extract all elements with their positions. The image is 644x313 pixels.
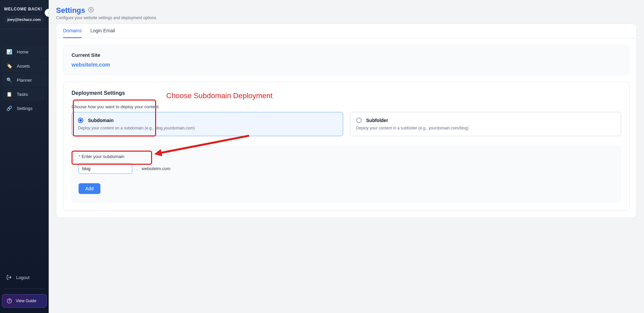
option-subfolder-desc: Deploy your content in a subfolder (e.g.… <box>356 126 615 130</box>
sidebar-item-planner[interactable]: 🔍 Planner <box>2 74 47 86</box>
current-site-block: Current Site websitelm.com <box>63 45 630 75</box>
view-guide-label: View Guide <box>16 299 36 303</box>
gear-icon <box>88 7 94 14</box>
subdomain-form: *Enter your subdomain . websitelm.com Ad… <box>72 146 621 202</box>
help-icon <box>6 298 12 304</box>
deployment-settings-block: Deployment Settings Choose how you want … <box>63 82 630 211</box>
deployment-options: Subdomain Deploy your content on a subdo… <box>72 112 621 136</box>
deployment-settings-title: Deployment Settings <box>72 90 621 96</box>
tab-login-email[interactable]: Login Email <box>90 24 115 38</box>
current-site-domain-link[interactable]: websitelm.com <box>72 62 110 68</box>
option-subdomain[interactable]: Subdomain Deploy your content on a subdo… <box>72 112 343 136</box>
subdomain-label-text: Enter your subdomain <box>82 154 124 159</box>
main-panel: Settings Configure your website settings… <box>49 0 644 313</box>
logout-icon <box>6 274 12 280</box>
page-header: Settings Configure your website settings… <box>56 6 637 20</box>
sidebar-divider <box>4 288 45 289</box>
required-star-icon: * <box>79 154 80 159</box>
tab-domains[interactable]: Domains <box>63 24 82 38</box>
home-icon: 📊 <box>6 49 12 55</box>
subdomain-input[interactable] <box>79 163 132 174</box>
radio-icon <box>78 118 83 123</box>
sidebar-item-label: Home <box>17 49 29 54</box>
tab-panel-domains: Current Site websitelm.com Deployment Se… <box>56 38 636 218</box>
sidebar-item-label: Tasks <box>17 92 28 97</box>
sidebar-item-tasks[interactable]: 📋 Tasks <box>2 88 47 101</box>
view-guide-button[interactable]: View Guide <box>2 294 47 308</box>
assets-icon: 🏷️ <box>6 63 12 69</box>
app-root: ‹ WELCOME BACK! joey@techacc.com 📊 Home … <box>0 0 644 313</box>
radio-icon <box>356 118 362 123</box>
sidebar: ‹ WELCOME BACK! joey@techacc.com 📊 Home … <box>0 0 49 313</box>
sidebar-item-label: Planner <box>17 78 32 83</box>
option-subdomain-label: Subdomain <box>88 118 113 123</box>
current-site-title: Current Site <box>72 52 621 58</box>
dot-separator: . <box>136 166 138 171</box>
sidebar-item-assets[interactable]: 🏷️ Assets <box>2 60 47 72</box>
add-button[interactable]: Add <box>79 183 100 194</box>
option-subfolder-label: Subfolder <box>366 118 388 123</box>
page-title: Settings <box>56 6 85 15</box>
page-subtitle: Configure your website settings and depl… <box>56 15 637 20</box>
settings-card: Domains Login Email Current Site website… <box>56 24 637 218</box>
subdomain-input-row: . websitelm.com <box>79 163 614 174</box>
subdomain-field-label: *Enter your subdomain <box>79 154 614 159</box>
domain-suffix: websitelm.com <box>142 166 171 171</box>
sidebar-item-label: Settings <box>17 106 33 111</box>
planner-icon: 🔍 <box>6 77 12 83</box>
deployment-hint: Choose how you want to deploy your conte… <box>72 104 621 109</box>
svg-point-3 <box>90 9 92 11</box>
user-email-chip[interactable]: joey@techacc.com <box>4 15 44 24</box>
sidebar-item-settings[interactable]: 🔗 Settings <box>2 102 47 115</box>
tabs-row: Domains Login Email <box>56 24 636 38</box>
logout-label: Logout <box>16 275 30 280</box>
sidebar-nav: 📊 Home 🏷️ Assets 🔍 Planner 📋 Tasks 🔗 Set… <box>0 29 49 117</box>
sidebar-footer: Logout View Guide <box>0 268 49 313</box>
option-subdomain-desc: Deploy your content on a subdomain (e.g.… <box>78 126 337 130</box>
sidebar-item-home[interactable]: 📊 Home <box>2 45 47 58</box>
sidebar-header: WELCOME BACK! joey@techacc.com <box>0 0 49 29</box>
welcome-text: WELCOME BACK! <box>4 7 45 11</box>
option-subfolder[interactable]: Subfolder Deploy your content in a subfo… <box>350 112 622 136</box>
sidebar-item-label: Assets <box>17 64 30 69</box>
settings-link-icon: 🔗 <box>6 105 12 111</box>
tasks-icon: 📋 <box>6 91 12 97</box>
logout-button[interactable]: Logout <box>2 272 47 283</box>
